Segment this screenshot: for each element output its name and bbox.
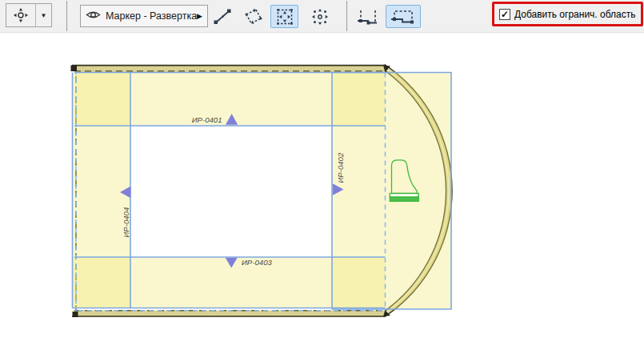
options-toolbar: ▼ Маркер - Развертка ▶ xyxy=(0,0,644,33)
limit-area-left[interactable] xyxy=(73,73,131,308)
tool-boundary-closed[interactable] xyxy=(386,5,421,28)
closed-polyline-icon xyxy=(389,7,418,26)
plan-canvas[interactable]: ИР-0401 ИР-0403 ИР-0404 ИР-0402 xyxy=(0,0,644,346)
tool-boundary-open[interactable] xyxy=(353,5,383,28)
tool-marquee-single[interactable] xyxy=(270,5,298,28)
add-limit-area-label[interactable]: Добавить огранич. область xyxy=(514,9,635,20)
move-anchor-icon xyxy=(6,4,35,26)
anchor-position-button[interactable]: ▼ xyxy=(6,3,52,27)
eye-icon xyxy=(86,9,101,24)
marquee-point-icon xyxy=(310,7,330,26)
toolbar-separator xyxy=(66,1,67,31)
marquee-single-icon xyxy=(274,7,295,26)
marker-label-right[interactable]: ИР-0402 xyxy=(336,152,345,183)
tool-marquee-point[interactable] xyxy=(306,5,334,28)
anchor-dropdown-arrow[interactable]: ▼ xyxy=(35,4,51,26)
marker-type-label: Маркер - Развертка xyxy=(106,10,197,22)
app-window: ИР-0401 ИР-0403 ИР-0404 ИР-0402 ▼ xyxy=(0,0,644,346)
marker-label-left[interactable]: ИР-0404 xyxy=(122,207,130,238)
elevation-markers[interactable] xyxy=(120,114,344,268)
dropdown-expand-arrow[interactable]: ▶ xyxy=(197,12,202,20)
marker-label-bottom[interactable]: ИР-0403 xyxy=(242,258,272,267)
marker-type-dropdown[interactable]: Маркер - Развертка ▶ xyxy=(80,5,208,27)
annotation-highlight-box: ✓ Добавить огранич. область xyxy=(492,2,643,26)
tool-marquee-rotated[interactable] xyxy=(240,5,267,28)
toolbar-separator xyxy=(346,1,347,31)
marquee-rotated-icon xyxy=(243,7,264,26)
add-limit-area-checkbox[interactable]: ✓ xyxy=(499,9,510,20)
tool-marquee-line[interactable] xyxy=(209,5,236,28)
marquee-line-icon xyxy=(212,7,233,26)
open-polyline-icon xyxy=(355,7,381,26)
marker-label-top[interactable]: ИР-0401 xyxy=(192,115,222,124)
